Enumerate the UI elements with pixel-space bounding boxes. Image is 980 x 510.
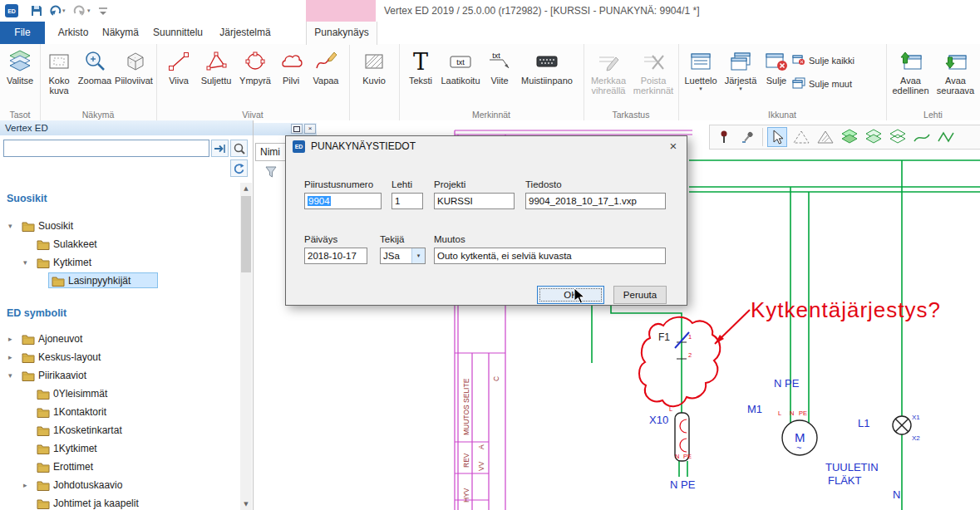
sulje-kaikki-button[interactable]: Sulje kaikki: [792, 54, 884, 67]
tree-item-keskus-layout[interactable]: ▸ Keskus-layout: [0, 349, 239, 365]
erase-cross-icon: [641, 48, 666, 75]
folder-icon: [22, 220, 35, 237]
vapaa-button[interactable]: Vapaa: [308, 46, 344, 108]
pin-icon[interactable]: [714, 127, 734, 147]
tekija-combobox[interactable]: JSa ▾: [380, 248, 426, 264]
close-icon[interactable]: ×: [660, 136, 687, 156]
tree-item-sulakkeet[interactable]: Sulakkeet: [0, 236, 239, 253]
viiva-button[interactable]: Viiva: [161, 46, 196, 108]
layers-green-light-icon[interactable]: [864, 127, 884, 147]
chevron-down-icon[interactable]: ▾: [23, 254, 27, 271]
kuvio-button[interactable]: Kuvio: [352, 46, 396, 108]
tree-item-erottimet[interactable]: Erottimet: [0, 459, 239, 475]
scroll-down-button[interactable]: ▼: [240, 498, 252, 510]
save-button[interactable]: [30, 3, 43, 18]
ympyra-button[interactable]: Ympyrä: [236, 46, 274, 108]
sulje-button[interactable]: Sulje: [761, 46, 792, 108]
layers-icon: [7, 48, 32, 75]
ribbon: Valitse Tasot Koko kuva Zoomaa Piiloviiv…: [0, 44, 980, 121]
chevron-right-icon[interactable]: ▸: [23, 477, 27, 493]
cancel-button[interactable]: Peruuta: [613, 286, 667, 304]
unpin-icon[interactable]: [738, 127, 758, 147]
zoom-icon: [82, 48, 107, 75]
tree-item-piirikaaviot[interactable]: ▾ Piirikaaviot: [0, 367, 239, 384]
tree-item-1kytkimet[interactable]: 1Kytkimet: [0, 440, 239, 457]
tree-item-johdotuskaavio[interactable]: ▸ Johdotuskaavio: [0, 477, 239, 493]
tree-item-kytkimet[interactable]: ▾ Kytkimet: [0, 254, 239, 271]
close-panel-icon[interactable]: ×: [304, 124, 316, 134]
chevron-right-icon[interactable]: ▸: [8, 349, 12, 365]
scrollbar-thumb[interactable]: [241, 196, 251, 272]
chevron-down-icon[interactable]: ▾: [8, 218, 12, 234]
muistiinpano-button[interactable]: Muistiinpano: [515, 46, 579, 108]
projekti-field[interactable]: KURSSI: [434, 193, 515, 209]
pilvi-button[interactable]: Pilvi: [274, 46, 308, 108]
layers-green-icon[interactable]: [840, 127, 859, 147]
zoomaa-button[interactable]: Zoomaa: [78, 46, 111, 108]
chevron-right-icon[interactable]: ▸: [8, 331, 12, 347]
tab-suunnittelu[interactable]: Suunnittelu: [146, 22, 209, 44]
teksti-button[interactable]: T Teksti: [404, 46, 437, 108]
undo-button[interactable]: ▾: [48, 3, 66, 18]
sulje-muut-button[interactable]: Sulje muut: [792, 77, 884, 91]
tree-item-lasinpyyhkijat[interactable]: Lasinpyyhkijät: [0, 272, 239, 289]
layers-outline-icon[interactable]: [888, 127, 908, 147]
tab-arkisto[interactable]: Arkisto: [52, 22, 95, 44]
chevron-down-icon[interactable]: ▾: [699, 86, 702, 92]
chevron-down-icon[interactable]: ▾: [87, 7, 91, 14]
tree-item-ajoneuvot[interactable]: ▸ Ajoneuvot: [0, 331, 239, 347]
folder-icon: [37, 479, 50, 496]
refresh-button[interactable]: [230, 159, 248, 177]
redo-button[interactable]: ▾: [73, 3, 91, 18]
tab-file[interactable]: File: [0, 22, 45, 44]
lehti-field[interactable]: 1: [392, 193, 423, 209]
piiloviivat-button[interactable]: Piiloviivat: [111, 46, 156, 108]
select-cursor-icon[interactable]: [767, 127, 787, 147]
search-go-button[interactable]: [211, 140, 229, 157]
scroll-up-button[interactable]: ▲: [240, 183, 252, 194]
koko-kuva-button[interactable]: Koko kuva: [40, 46, 78, 108]
sidebar-scrollbar[interactable]: ▲ ▼: [240, 183, 252, 510]
restore-panel-icon[interactable]: [291, 124, 303, 134]
mouse-cursor: [574, 287, 588, 306]
tab-punakynays[interactable]: Punakynäys: [306, 22, 377, 45]
tab-nakyma[interactable]: Näkymä: [98, 22, 143, 44]
valitse-button[interactable]: Valitse: [1, 46, 39, 108]
tree-item-0yleisimmat[interactable]: 0Yleisimmät: [0, 385, 239, 402]
laatikoitu-button[interactable]: txt Laatikoitu: [437, 46, 484, 108]
paivays-field[interactable]: 2018-10-17: [304, 248, 367, 264]
group-caption: Merkinnät: [399, 110, 584, 120]
customize-toolbar-button[interactable]: [98, 3, 108, 18]
green-lines-icon[interactable]: [912, 127, 932, 147]
section-suosikit: Suosikit: [7, 193, 47, 204]
piirustusnumero-field[interactable]: 9904: [304, 193, 382, 209]
dialog-titlebar[interactable]: ED PUNAKYNÄYSTIEDOT ×: [286, 136, 687, 156]
chevron-down-icon[interactable]: ▾: [411, 248, 425, 263]
avaa-seuraava-button[interactable]: Avaa seuraava: [933, 46, 978, 108]
luettelo-button[interactable]: Luettelo ▾: [681, 46, 721, 108]
jarjesta-button[interactable]: Järjestä ▾: [721, 46, 761, 108]
tree-item-1kosketinkartat[interactable]: 1Kosketinkartat: [0, 422, 239, 439]
tab-jarjestelma[interactable]: Järjestelmä: [213, 22, 278, 44]
suljettu-button[interactable]: Suljettu: [196, 46, 236, 108]
browser-panel-titlebar[interactable]: ×: [254, 123, 317, 135]
hatched-triangle-icon[interactable]: [815, 127, 835, 147]
ok-button[interactable]: OK: [537, 286, 604, 304]
filter-funnel-icon[interactable]: [265, 166, 280, 179]
dashed-triangle-icon[interactable]: [791, 127, 811, 147]
tiedosto-field[interactable]: 9904_2018_10_17_1.vxp: [525, 193, 666, 209]
tree-item-suosikit[interactable]: ▾ Suosikit: [0, 218, 239, 234]
viite-button[interactable]: txt Viite: [484, 46, 515, 108]
muutos-field[interactable]: Outo kytkentä, ei selviä kuvasta: [434, 248, 666, 264]
search-button[interactable]: [230, 140, 248, 157]
search-input[interactable]: [3, 140, 209, 157]
tree-item-johtimet-ja-kaapelit[interactable]: Johtimet ja kaapelit: [0, 495, 239, 510]
punakynaystiedot-dialog: ED PUNAKYNÄYSTIEDOT × Piirustusnumero Le…: [285, 135, 687, 306]
chevron-down-icon[interactable]: ▾: [62, 7, 66, 14]
chevron-down-icon[interactable]: ▾: [8, 367, 12, 384]
green-zigzag-icon[interactable]: [936, 127, 956, 147]
chevron-down-icon[interactable]: ▾: [739, 86, 742, 92]
avaa-edellinen-button[interactable]: Avaa edellinen: [889, 46, 933, 108]
drawing-toolbar: [709, 125, 980, 150]
tree-item-1kontaktorit[interactable]: 1Kontaktorit: [0, 404, 239, 420]
